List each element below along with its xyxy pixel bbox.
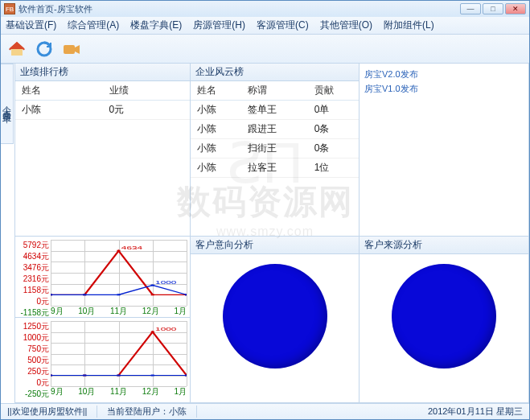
svg-text:1000: 1000: [155, 280, 176, 285]
pie-intent: [223, 264, 327, 369]
chart-commercial-trend: 1250元1000元750元500元250元0元-250元 9月10月11月12…: [15, 317, 190, 397]
home-icon[interactable]: [6, 38, 28, 60]
panel-title: 客户意向分析: [191, 237, 359, 254]
minimize-button[interactable]: —: [460, 3, 481, 14]
pie-source: [392, 264, 496, 369]
hall-table: 姓名 称谓 贡献 小陈签单王0单小陈跟进王0条小陈扫街王0条小陈拉客王1位: [191, 81, 359, 178]
menu-item[interactable]: 客源管理(C): [257, 19, 309, 32]
panel-hall: 企业风云榜 姓名 称谓 贡献 小陈签单王0单小陈跟进王0条小陈扫街王0条小陈拉客…: [190, 64, 359, 237]
close-button[interactable]: ✕: [505, 3, 526, 14]
panel-news: 房宝V2.0发布 房宝V1.0发布: [359, 64, 529, 237]
col-header: 姓名: [15, 81, 103, 101]
col-header: 称谓: [241, 81, 307, 101]
toolbar: [1, 35, 529, 64]
window-title: 软件首页-房宝软件: [18, 3, 92, 15]
menu-bar: 基础设置(F) 综合管理(A) 楼盘字典(E) 房源管理(H) 客源管理(C) …: [1, 17, 529, 35]
news-link[interactable]: 房宝V2.0发布: [364, 67, 524, 81]
panel-source: 客户来源分析: [359, 236, 529, 403]
menu-item[interactable]: 综合管理(A): [68, 19, 119, 32]
chart-housing-trend: 5792元4634元3476元2316元1158元0元-1158元 9月10月1…: [15, 237, 190, 317]
main-area: 业绩排行榜 姓名 业绩 小陈 0元: [1, 64, 529, 403]
panel-title: 客户来源分析: [359, 237, 528, 254]
status-date: 2012年01月11日 星期三: [428, 406, 523, 418]
panel-title: 企业风云榜: [191, 64, 359, 81]
panel-title: 业绩排行榜: [15, 64, 190, 81]
sidebar-tab[interactable]: 个人桌面菜单: [1, 64, 14, 144]
svg-text:1000: 1000: [155, 327, 176, 331]
menu-item[interactable]: 房源管理(H): [193, 19, 245, 32]
table-row[interactable]: 小陈跟进王0条: [191, 120, 359, 139]
title-bar: FB 软件首页-房宝软件 — □ ✕: [1, 1, 529, 17]
rank-table: 姓名 业绩 小陈 0元: [15, 81, 190, 120]
panel-trend-charts: 5792元4634元3476元2316元1158元0元-1158元 9月10月1…: [14, 236, 191, 403]
panel-intent: 客户意向分析: [190, 236, 359, 403]
col-header: 贡献: [308, 81, 359, 101]
news-link[interactable]: 房宝V1.0发布: [364, 81, 524, 96]
svg-rect-2: [64, 45, 75, 54]
table-row[interactable]: 小陈签单王0单: [191, 101, 359, 120]
table-row[interactable]: 小陈 0元: [15, 101, 190, 120]
camera-icon[interactable]: [60, 38, 83, 60]
sync-icon[interactable]: [33, 38, 55, 60]
menu-item[interactable]: 其他管理(O): [320, 19, 372, 32]
panel-rank: 业绩排行榜 姓名 业绩 小陈 0元: [14, 64, 191, 237]
maximize-button[interactable]: □: [483, 3, 503, 14]
menu-item[interactable]: 附加组件(L): [384, 19, 434, 32]
status-user: 当前登陆用户：小陈: [107, 406, 197, 418]
status-bar: ||欢迎使用房盟软件|| 当前登陆用户：小陈 2012年01月11日 星期三: [1, 403, 529, 419]
table-row[interactable]: 小陈扫街王0条: [191, 139, 359, 159]
svg-text:4634: 4634: [121, 245, 142, 250]
col-header: 姓名: [191, 81, 241, 101]
status-welcome: ||欢迎使用房盟软件||: [7, 406, 97, 418]
menu-item[interactable]: 楼盘字典(E): [130, 19, 182, 32]
app-icon: FB: [4, 3, 15, 14]
col-header: 业绩: [103, 81, 191, 101]
table-row[interactable]: 小陈拉客王1位: [191, 159, 359, 178]
svg-rect-0: [11, 49, 23, 56]
menu-item[interactable]: 基础设置(F): [6, 19, 56, 32]
